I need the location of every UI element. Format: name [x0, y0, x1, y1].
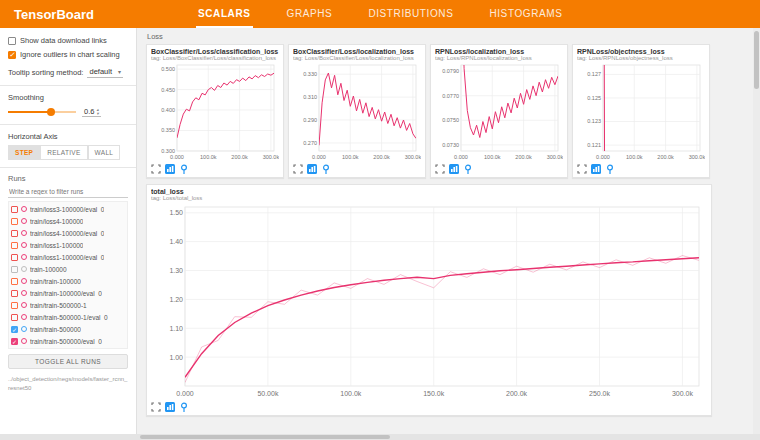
run-label: train/train-500000	[30, 326, 81, 333]
tooltip-sorting-select[interactable]: default ▾	[87, 66, 123, 78]
run-label: train/loss1-100000/eval_0	[30, 254, 104, 261]
smoothing-slider[interactable]	[8, 107, 76, 117]
run-item[interactable]: train/train-500000-1/eval_0	[11, 311, 125, 323]
run-item[interactable]: ✓train/train-500000/eval_0	[11, 335, 125, 347]
pin-icon[interactable]	[321, 164, 331, 174]
tensorboard-window: TensorBoard SCALARS GRAPHS DISTRIBUTIONS…	[0, 0, 760, 440]
scalar-chart-card: RPNLoss/objectness_loss tag: Loss/RPNLos…	[572, 44, 710, 178]
expand-icon[interactable]	[151, 164, 161, 174]
pin-icon[interactable]	[179, 402, 189, 412]
axis-wall-button[interactable]: WALL	[88, 145, 121, 160]
svg-text:0.123: 0.123	[587, 118, 601, 124]
checkbox-label: Show data download links	[20, 36, 107, 45]
run-item[interactable]: train-100000	[11, 263, 125, 275]
run-checkbox[interactable]: ✓	[11, 326, 18, 333]
runs-filter-input[interactable]	[8, 186, 128, 198]
toggle-all-runs-button[interactable]: TOGGLE ALL RUNS	[8, 354, 128, 369]
slider-thumb[interactable]	[47, 108, 55, 116]
scrollbar-thumb[interactable]	[754, 31, 759, 89]
run-item[interactable]: ✓train/train-500000	[11, 323, 125, 335]
run-item[interactable]: train/train-100000	[11, 275, 125, 287]
run-label: train/loss3-100000/eval_0	[30, 206, 104, 213]
scrollbar-thumb[interactable]	[140, 435, 390, 439]
run-item[interactable]: train/train-100000/eval_0	[11, 287, 125, 299]
chart-plot: 0.1210.1230.1250.1270.000100.0k200.0k300…	[577, 62, 705, 162]
fit-domain-icon[interactable]	[307, 164, 317, 174]
svg-text:200.0k: 200.0k	[657, 154, 674, 160]
svg-text:0.310: 0.310	[303, 94, 317, 100]
run-checkbox[interactable]	[11, 314, 18, 321]
expand-icon[interactable]	[577, 164, 587, 174]
fit-domain-icon[interactable]	[165, 402, 175, 412]
run-item[interactable]: train/loss3-100000/eval_0	[11, 203, 125, 215]
chart-plot: 1.001.101.201.301.401.500.00050.00k100.0…	[151, 202, 707, 400]
run-checkbox[interactable]: ✓	[11, 338, 18, 345]
svg-text:0.350: 0.350	[161, 127, 175, 133]
svg-text:50.00k: 50.00k	[257, 390, 279, 397]
run-checkbox[interactable]	[11, 230, 18, 237]
fit-domain-icon[interactable]	[449, 164, 459, 174]
checkbox-icon[interactable]	[8, 37, 16, 45]
checkbox-label: Ignore outliers in chart scaling	[20, 50, 120, 59]
run-label: train/loss4-100000/eval_0	[30, 230, 104, 237]
svg-text:1.10: 1.10	[169, 325, 183, 332]
run-checkbox[interactable]	[11, 242, 18, 249]
run-checkbox[interactable]	[11, 290, 18, 297]
run-label: train-100000	[30, 266, 67, 273]
divider	[0, 167, 136, 168]
expand-icon[interactable]	[151, 402, 161, 412]
expand-icon[interactable]	[293, 164, 303, 174]
expand-icon[interactable]	[435, 164, 445, 174]
run-checkbox[interactable]	[11, 218, 18, 225]
category-header[interactable]: Loss	[147, 32, 750, 41]
run-label: train/train-100000/eval_0	[30, 290, 102, 297]
svg-text:1.30: 1.30	[169, 267, 183, 274]
run-item[interactable]: train/loss1-100000	[11, 239, 125, 251]
svg-text:200.0k: 200.0k	[506, 390, 528, 397]
run-color-swatch	[21, 206, 27, 212]
axis-step-button[interactable]: STEP	[8, 145, 40, 160]
run-checkbox[interactable]	[11, 254, 18, 261]
svg-text:0.450: 0.450	[161, 87, 175, 93]
run-color-swatch	[21, 302, 27, 308]
run-item[interactable]: train/loss1-100000/eval_0	[11, 251, 125, 263]
run-color-swatch	[21, 314, 27, 320]
svg-text:1.50: 1.50	[169, 209, 183, 216]
run-item[interactable]: train/loss4-100000/eval_0	[11, 227, 125, 239]
horizontal-scrollbar[interactable]	[0, 434, 760, 440]
checkbox-checked-icon[interactable]: ✓	[8, 51, 16, 59]
smoothing-value[interactable]: 0.6 ▴▾	[82, 107, 101, 117]
fit-domain-icon[interactable]	[165, 164, 175, 174]
stepper-arrows-icon[interactable]: ▴▾	[96, 108, 98, 115]
vertical-scrollbar[interactable]	[753, 28, 760, 440]
ignore-outliers-row[interactable]: ✓ Ignore outliers in chart scaling	[8, 50, 128, 59]
run-item[interactable]: train/train-500000-1	[11, 299, 125, 311]
run-color-swatch	[21, 338, 27, 344]
chart-tag: tag: Loss/RPNLoss/localization_loss	[435, 55, 563, 61]
tab-distributions[interactable]: DISTRIBUTIONS	[366, 0, 455, 28]
svg-text:0.270: 0.270	[303, 140, 317, 146]
run-label: train/loss4-100000	[30, 218, 83, 225]
pin-icon[interactable]	[179, 164, 189, 174]
pin-icon[interactable]	[463, 164, 473, 174]
svg-text:300.0k: 300.0k	[263, 154, 279, 160]
axis-relative-button[interactable]: RELATIVE	[40, 145, 87, 160]
run-checkbox[interactable]	[11, 206, 18, 213]
run-checkbox[interactable]	[11, 278, 18, 285]
svg-text:1.20: 1.20	[169, 296, 183, 303]
tab-scalars[interactable]: SCALARS	[196, 0, 253, 28]
chart-plot: 0.07300.07500.07700.07900.000100.0k200.0…	[435, 62, 563, 162]
show-download-links-row[interactable]: Show data download links	[8, 36, 128, 45]
settings-sidebar: Show data download links ✓ Ignore outlie…	[0, 28, 137, 440]
pin-icon[interactable]	[605, 164, 615, 174]
svg-text:150.0k: 150.0k	[423, 390, 445, 397]
run-checkbox[interactable]	[11, 266, 18, 273]
fit-domain-icon[interactable]	[591, 164, 601, 174]
horizontal-axis-buttons: STEP RELATIVE WALL	[8, 145, 128, 160]
small-charts-row: BoxClassifier/Loss/classification_loss t…	[146, 44, 750, 178]
tab-graphs[interactable]: GRAPHS	[285, 0, 335, 28]
chart-tag: tag: Loss/BoxClassifier/Loss/classificat…	[151, 55, 279, 61]
run-item[interactable]: train/loss4-100000	[11, 215, 125, 227]
tab-histograms[interactable]: HISTOGRAMS	[487, 0, 564, 28]
run-checkbox[interactable]	[11, 302, 18, 309]
